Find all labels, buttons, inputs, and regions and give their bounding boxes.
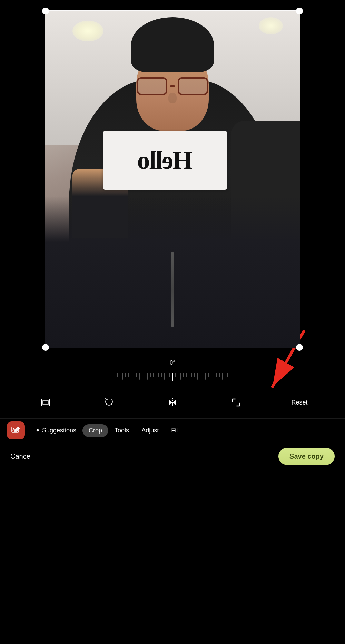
rotation-section: 0° [0,351,345,387]
tool-buttons-row: Reset [0,387,345,418]
rotation-ruler[interactable] [0,370,345,382]
tab-bar: ✦ Suggestions Crop Tools Adjust Fil [0,418,345,442]
aspect-ratio-icon [40,397,51,408]
tab-adjust[interactable]: Adjust [135,424,165,437]
svg-rect-1 [43,400,48,405]
tab-suggestions[interactable]: ✦ Suggestions [29,424,82,437]
tab-tools[interactable]: Tools [108,424,135,437]
aspect-ratio-button[interactable] [35,392,56,413]
crop-handle-tr[interactable] [296,8,303,14]
reset-button[interactable]: Reset [289,392,310,413]
flip-icon [167,397,178,408]
crop-freeform-icon [230,397,241,408]
photo-edit-icon [11,426,21,435]
controls-area: 0° [0,351,345,644]
tab-filters[interactable]: Fil [165,424,184,437]
tools-label: Tools [115,427,129,434]
filters-label: Fil [171,427,178,434]
svg-marker-3 [169,400,172,405]
rotation-value: 0° [170,360,175,366]
cancel-button[interactable]: Cancel [10,452,32,460]
suggestions-label: ✦ Suggestions [35,427,76,434]
sign-text: Hello [138,146,193,175]
photo-wrapper: Hello [45,10,300,348]
crop-handle-tl[interactable] [42,8,49,14]
action-bar: Cancel Save copy [0,442,345,476]
rotate-icon [103,397,115,408]
tab-crop[interactable]: Crop [82,424,108,437]
svg-marker-4 [173,400,176,405]
photo-area: Hello [0,0,345,351]
crop-handle-br[interactable] [296,344,303,351]
flip-button[interactable] [162,392,183,413]
save-copy-button[interactable]: Save copy [278,448,335,465]
adjust-label: Adjust [141,427,159,434]
photo-edit-icon-button[interactable] [7,421,25,439]
crop-label: Crop [89,427,102,434]
crop-handle-bl[interactable] [42,344,49,351]
crop-freeform-button[interactable] [226,392,246,413]
rotate-button[interactable] [99,392,119,413]
